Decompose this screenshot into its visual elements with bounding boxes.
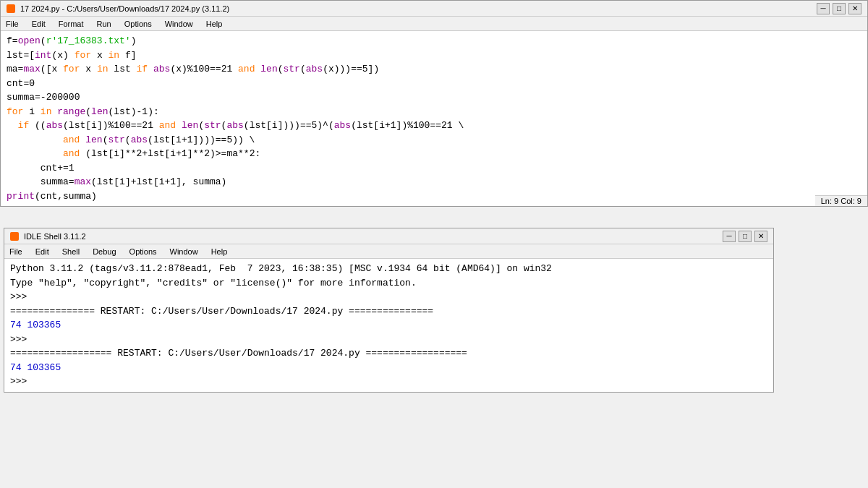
- code-line-6: for i in range(len(lst)-1):: [7, 105, 861, 119]
- code-line-7: if ((abs(lst[i])%100==21 and len(str(abs…: [7, 119, 861, 133]
- editor-icon: [7, 4, 15, 13]
- editor-title-controls: ─ □ ✕: [817, 3, 861, 14]
- editor-title-left: 17 2024.py - C:/Users/User/Downloads/17 …: [7, 4, 229, 13]
- menu-window[interactable]: Window: [163, 20, 195, 28]
- status-text: Ln: 9 Col: 9: [821, 197, 861, 205]
- editor-menu-bar: File Edit Format Run Options Window Help: [1, 17, 867, 31]
- editor-title-bar: 17 2024.py - C:/Users/User/Downloads/17 …: [1, 1, 867, 17]
- menu-options[interactable]: Options: [122, 20, 154, 28]
- shell-prompt-3: >>>: [10, 374, 767, 389]
- shell-prompt-2: >>>: [10, 333, 767, 347]
- shell-close-button[interactable]: ✕: [754, 231, 767, 242]
- shell-title-controls: ─ □ ✕: [723, 231, 767, 242]
- code-line-12: print(cnt,summa): [7, 189, 861, 204]
- shell-output-1: 74 103365: [10, 318, 767, 333]
- shell-menu-help[interactable]: Help: [209, 247, 230, 256]
- menu-run[interactable]: Run: [95, 20, 114, 28]
- code-line-10: cnt+=1: [7, 161, 861, 176]
- shell-title-left: IDLE Shell 3.11.2: [10, 232, 86, 241]
- code-line-1: f=open(r'17_16383.txt'): [7, 34, 861, 48]
- menu-file[interactable]: File: [4, 20, 21, 28]
- shell-menu-shell[interactable]: Shell: [60, 247, 82, 256]
- shell-menu-debug[interactable]: Debug: [90, 247, 118, 256]
- code-line-5: summa=-200000: [7, 90, 861, 105]
- close-button[interactable]: ✕: [848, 3, 861, 14]
- code-line-9: and (lst[i]**2+lst[i+1]**2)>=ma**2:: [7, 147, 861, 161]
- code-editor[interactable]: f=open(r'17_16383.txt') lst=[int(x) for …: [1, 31, 867, 206]
- shell-output-area[interactable]: Python 3.11.2 (tags/v3.11.2:878ead1, Feb…: [4, 259, 773, 392]
- shell-minimize-button[interactable]: ─: [723, 231, 736, 242]
- shell-type-info: Type "help", "copyright", "credits" or "…: [10, 276, 767, 291]
- shell-window: IDLE Shell 3.11.2 ─ □ ✕ File Edit Shell …: [4, 228, 774, 393]
- shell-menu-bar: File Edit Shell Debug Options Window Hel…: [4, 244, 773, 259]
- menu-help[interactable]: Help: [204, 20, 225, 28]
- shell-title-text: IDLE Shell 3.11.2: [24, 232, 86, 241]
- minimize-button[interactable]: ─: [817, 3, 830, 14]
- shell-python-info: Python 3.11.2 (tags/v3.11.2:878ead1, Feb…: [10, 262, 767, 276]
- editor-status-bar: Ln: 9 Col: 9: [815, 195, 867, 206]
- editor-window: 17 2024.py - C:/Users/User/Downloads/17 …: [0, 0, 868, 207]
- shell-output-2: 74 103365: [10, 361, 767, 375]
- code-line-4: cnt=0: [7, 77, 861, 91]
- shell-title-bar: IDLE Shell 3.11.2 ─ □ ✕: [4, 228, 773, 244]
- menu-format[interactable]: Format: [56, 20, 86, 28]
- shell-menu-file[interactable]: File: [7, 247, 25, 256]
- shell-menu-options[interactable]: Options: [127, 247, 159, 256]
- code-line-8: and len(str(abs(lst[i+1])))==5)) \: [7, 133, 861, 147]
- menu-edit[interactable]: Edit: [30, 20, 48, 28]
- shell-menu-edit[interactable]: Edit: [33, 247, 51, 256]
- code-line-2: lst=[int(x) for x in f]: [7, 48, 861, 63]
- shell-restart-1: =============== RESTART: C:/Users/User/D…: [10, 304, 767, 319]
- shell-maximize-button[interactable]: □: [739, 231, 752, 242]
- shell-prompt-1: >>>: [10, 290, 767, 304]
- shell-restart-2: ================== RESTART: C:/Users/Use…: [10, 346, 767, 361]
- code-line-3: ma=max([x for x in lst if abs(x)%100==21…: [7, 62, 861, 77]
- shell-icon: [10, 232, 19, 241]
- code-line-11: summa=max(lst[i]+lst[i+1], summa): [7, 175, 861, 189]
- editor-title-text: 17 2024.py - C:/Users/User/Downloads/17 …: [20, 4, 229, 13]
- maximize-button[interactable]: □: [833, 3, 846, 14]
- shell-menu-window[interactable]: Window: [168, 247, 200, 256]
